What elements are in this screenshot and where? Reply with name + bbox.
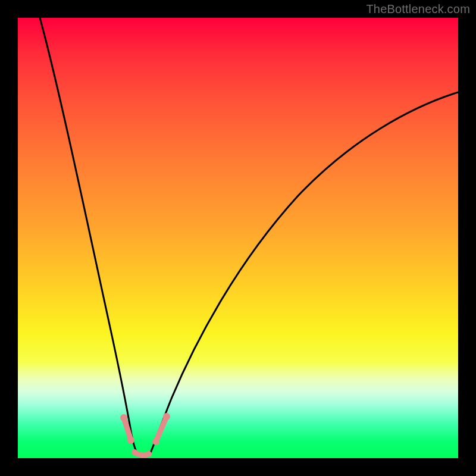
left-curve-marker-bottom [127, 437, 134, 444]
right-curve [150, 92, 458, 454]
right-curve-marker-segment [156, 416, 167, 441]
right-curve-marker-top [163, 413, 170, 420]
floor-marker-left [131, 449, 137, 455]
watermark-text: TheBottleneck.com [366, 2, 470, 16]
chart-frame [18, 18, 458, 458]
floor-marker-right [146, 451, 152, 457]
chart-svg [18, 18, 458, 458]
left-curve [40, 18, 137, 453]
